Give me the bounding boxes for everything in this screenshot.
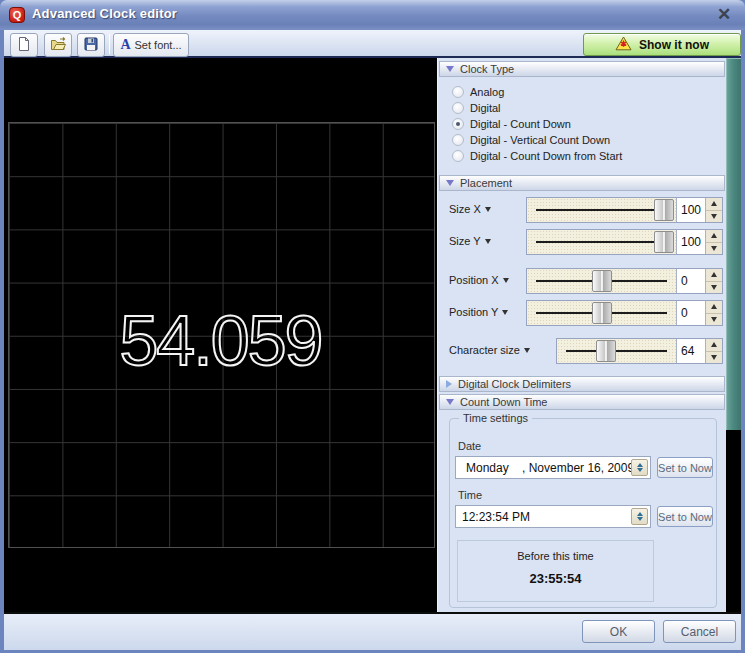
section-header-count-down-time[interactable]: Count Down Time [439,394,725,410]
panel-scrollbar[interactable] [726,58,741,612]
radio-circle [452,150,464,162]
position-x-dropdown[interactable]: Position X [449,274,509,286]
font-icon: A [120,37,130,53]
arrow-up-icon [637,512,643,516]
section-title: Digital Clock Delimiters [458,378,571,390]
size-x-dropdown[interactable]: Size X [449,203,491,215]
size-y-dropdown[interactable]: Size Y [449,235,491,247]
slider-track-line [536,209,667,211]
spin-down-button[interactable] [706,211,722,223]
settings-panel: Clock Type Analog Digital Digital - Coun… [437,58,726,612]
radio-digital[interactable]: Digital [452,101,501,115]
arrow-up-icon [711,201,717,206]
character-size-dropdown[interactable]: Character size [449,344,530,356]
slider-track[interactable] [557,339,676,363]
ok-button[interactable]: OK [582,620,655,643]
section-header-placement[interactable]: Placement [439,175,725,191]
spin-up-button[interactable] [706,269,722,282]
radio-digital-vertical-count-down[interactable]: Digital - Vertical Count Down [452,133,610,147]
size-x-value[interactable]: 100 [676,198,705,222]
size-y-value[interactable]: 100 [676,230,705,254]
slider-handle[interactable] [592,270,612,292]
slider-track[interactable] [527,198,676,222]
radio-circle [452,134,464,146]
radio-label: Digital - Vertical Count Down [470,134,610,146]
slider-handle[interactable] [592,302,612,324]
new-button[interactable] [10,33,38,57]
countdown-preview-text: 54.059 [4,301,437,381]
spin-up-button[interactable] [706,301,722,314]
section-header-clock-type[interactable]: Clock Type [439,61,725,77]
position-y-dropdown[interactable]: Position Y [449,306,508,318]
spin-up-button[interactable] [706,198,722,211]
character-size-spinner [705,339,722,363]
time-value: 12:23:54 PM [462,510,530,524]
size-y-spinner [705,230,722,254]
position-x-slider: 0 [526,268,723,294]
dropdown-arrow-icon [485,239,491,244]
arrow-up-icon [637,463,643,467]
clock-preview-canvas[interactable]: 54.059 [4,58,437,612]
time-field[interactable]: 12:23:54 PM [455,505,651,528]
slider-label-text: Position X [449,274,499,286]
position-y-slider: 0 [526,300,723,326]
slider-track[interactable] [527,269,676,293]
spin-down-button[interactable] [706,314,722,326]
section-header-delimiters[interactable]: Digital Clock Delimiters [439,376,725,392]
slider-handle[interactable] [654,231,674,253]
dropdown-arrow-icon [485,207,491,212]
spin-down-button[interactable] [706,352,722,364]
slider-track-line [566,350,667,352]
new-document-icon [16,36,32,54]
close-icon[interactable]: ✕ [713,4,735,26]
radio-circle [452,102,464,114]
date-spinner[interactable] [631,459,648,476]
advanced-clock-editor-window: Q Advanced Clock editor ✕ A Set font... [0,0,745,653]
arrow-up-icon [711,233,717,238]
arrow-down-icon [637,517,643,521]
spin-down-button[interactable] [706,282,722,294]
show-it-now-label: Show it now [639,38,709,52]
arrow-up-icon [711,342,717,347]
slider-label-text: Size Y [449,235,481,247]
character-size-slider: 64 [556,338,723,364]
position-y-value[interactable]: 0 [676,301,705,325]
arrow-down-icon [711,355,717,360]
radio-digital-count-down[interactable]: Digital - Count Down [452,117,571,131]
radio-digital-count-down-from-start[interactable]: Digital - Count Down from Start [452,149,622,163]
save-floppy-icon [83,36,99,54]
slider-handle[interactable] [596,340,616,362]
slider-track[interactable] [527,230,676,254]
section-title: Count Down Time [460,396,547,408]
toolbar-divider [109,34,110,54]
time-set-to-now-button[interactable]: Set to Now [657,506,713,527]
date-set-to-now-button[interactable]: Set to Now [657,457,713,478]
title-bar[interactable]: Q Advanced Clock editor ✕ [0,0,745,30]
radio-label: Digital - Count Down [470,118,571,130]
spin-up-button[interactable] [706,230,722,243]
section-title: Placement [460,177,512,189]
section-title: Clock Type [460,63,514,75]
dropdown-arrow-icon [524,348,530,353]
show-it-now-button[interactable]: Show it now [583,33,741,56]
time-spinner[interactable] [631,508,648,525]
spin-down-button[interactable] [706,243,722,255]
arrow-up-icon [711,272,717,277]
slider-track[interactable] [527,301,676,325]
radio-analog[interactable]: Analog [452,85,504,99]
arrow-down-icon [637,468,643,472]
open-button[interactable] [44,33,72,57]
date-field[interactable]: Monday , November 16, 2009 [455,456,651,479]
time-label: Time [458,489,482,501]
position-x-value[interactable]: 0 [676,269,705,293]
slider-label-text: Position Y [449,306,498,318]
slider-handle[interactable] [654,199,674,221]
set-font-button[interactable]: A Set font... [113,33,189,57]
dropdown-arrow-icon [503,278,509,283]
save-button[interactable] [77,33,105,57]
before-this-time-value: 23:55:54 [458,571,653,586]
scrollbar-thumb[interactable] [726,58,741,430]
cancel-button[interactable]: Cancel [663,620,736,643]
character-size-value[interactable]: 64 [676,339,705,363]
spin-up-button[interactable] [706,339,722,352]
